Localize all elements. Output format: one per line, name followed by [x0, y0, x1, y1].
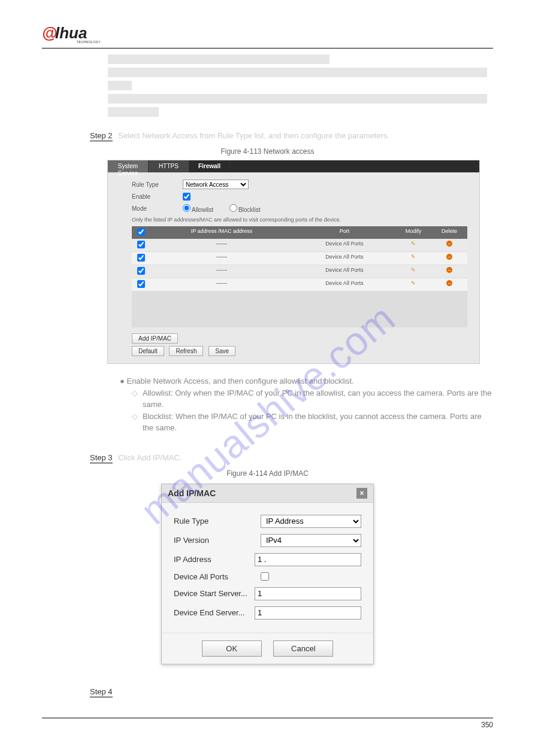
col-delete-header: Delete — [431, 226, 467, 239]
figure-caption-2: Figure 4-114 Add IP/MAC — [42, 469, 493, 478]
mode-blocklist-radio[interactable] — [229, 204, 237, 212]
step-3-label: Step 3 — [90, 453, 113, 463]
row-checkbox[interactable] — [137, 254, 145, 262]
svg-text:TECHNOLOGY: TECHNOLOGY — [77, 40, 101, 44]
step-4-label: Step 4 — [90, 687, 113, 697]
table-row: —— Device All Ports ✎ – — [132, 252, 467, 265]
edit-icon[interactable]: ✎ — [411, 267, 416, 273]
ok-button[interactable]: OK — [202, 640, 262, 657]
rule-type-select[interactable]: Network Access — [183, 180, 249, 189]
step-2-text: Select Network Access from Rule Type lis… — [118, 131, 389, 140]
delete-icon[interactable]: – — [446, 241, 452, 247]
dlg-start-port-label: Device Start Server... — [174, 589, 255, 598]
tab-system-service[interactable]: System Service — [108, 160, 149, 172]
brand-logo: @ lhua TECHNOLOGY — [42, 24, 493, 44]
col-port-header: Port — [294, 226, 395, 239]
enable-label: Enable — [132, 193, 183, 200]
col-modify-header: Modify — [395, 226, 431, 239]
dlg-ip-address-input[interactable] — [255, 553, 361, 566]
table-check-all[interactable] — [137, 228, 145, 236]
enable-checkbox[interactable] — [183, 193, 191, 201]
tab-firewall[interactable]: Firewall — [189, 160, 230, 172]
redacted-line — [108, 54, 330, 64]
delete-icon[interactable]: – — [446, 280, 452, 286]
table-row: —— Device All Ports ✎ – — [132, 239, 467, 252]
dlg-rule-type-select[interactable]: IP Address — [261, 515, 361, 528]
edit-icon[interactable]: ✎ — [411, 241, 416, 247]
col-ip-header: IP address /MAC address — [150, 226, 294, 239]
refresh-button[interactable]: Refresh — [169, 346, 203, 356]
figure-caption-1: Figure 4-113 Network access — [42, 147, 493, 156]
add-ip-mac-dialog: Add IP/MAC × Rule Type IP Address IP Ver… — [161, 484, 374, 664]
row-checkbox[interactable] — [137, 267, 145, 275]
firewall-table: IP address /MAC address Port Modify Dele… — [132, 226, 467, 327]
dlg-rule-type-label: Rule Type — [174, 517, 261, 526]
redacted-line — [108, 107, 159, 117]
save-button[interactable]: Save — [208, 346, 235, 356]
dialog-title: Add IP/MAC — [168, 488, 216, 498]
cancel-button[interactable]: Cancel — [273, 640, 333, 657]
svg-text:lhua: lhua — [55, 24, 87, 42]
dlg-end-port-input[interactable] — [255, 606, 361, 620]
dlg-ip-address-label: IP Address — [174, 555, 255, 564]
default-button[interactable]: Default — [132, 346, 164, 356]
desc-allowlist: Allowlist: Only when the IP/MAC of your … — [143, 387, 493, 411]
dlg-ip-version-select[interactable]: IPv4 — [261, 534, 361, 547]
dlg-end-port-label: Device End Server... — [174, 608, 255, 617]
mode-allowlist-radio[interactable] — [183, 204, 191, 212]
add-ip-mac-button[interactable]: Add IP/MAC — [132, 333, 178, 344]
rule-type-label: Rule Type — [132, 181, 183, 188]
table-row: —— Device All Ports ✎ – — [132, 278, 467, 292]
delete-icon[interactable]: – — [446, 254, 452, 260]
mode-label: Mode — [132, 205, 183, 212]
dlg-all-ports-label: Device All Ports — [174, 572, 261, 581]
edit-icon[interactable]: ✎ — [411, 280, 416, 286]
table-row: —— Device All Ports ✎ – — [132, 265, 467, 278]
edit-icon[interactable]: ✎ — [411, 254, 416, 260]
firewall-panel: System Service HTTPS Firewall Rule Type … — [108, 160, 479, 363]
row-checkbox[interactable] — [137, 241, 145, 248]
redacted-line — [108, 94, 487, 104]
dlg-all-ports-checkbox[interactable] — [261, 572, 269, 581]
desc-blocklist: Blocklist: When the IP/MAC of your PC is… — [143, 411, 493, 434]
redacted-line — [108, 81, 132, 90]
step-2-label: Step 2 — [90, 131, 113, 141]
desc-enable: Enable Network Access, and then configur… — [126, 377, 353, 385]
redacted-line — [108, 68, 487, 77]
step-3-text: Click Add IP/MAC. — [118, 453, 182, 462]
tab-https[interactable]: HTTPS — [149, 160, 189, 172]
page-number: 350 — [42, 721, 493, 729]
firewall-note: Only the listed IP addresses/MAC are all… — [132, 217, 467, 223]
close-icon[interactable]: × — [356, 488, 367, 499]
row-checkbox[interactable] — [137, 280, 145, 288]
dlg-start-port-input[interactable] — [255, 587, 361, 600]
delete-icon[interactable]: – — [446, 267, 452, 273]
dlg-ip-version-label: IP Version — [174, 536, 261, 545]
